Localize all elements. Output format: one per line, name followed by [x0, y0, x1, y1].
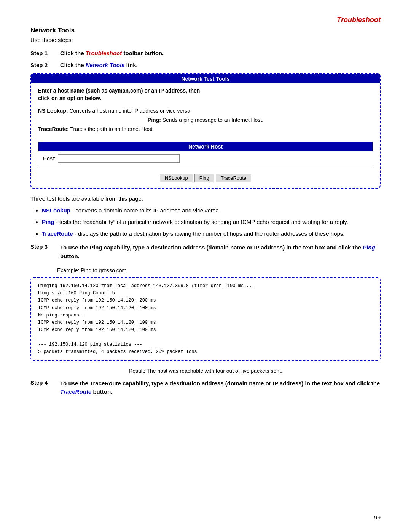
nslookup-name: NSLookup [42, 207, 70, 214]
step-4-row: Step 4 To use the TraceRoute capability,… [30, 379, 381, 396]
page-number: 99 [374, 514, 381, 521]
ping-output-box: Pinging 192.150.14.120 from local addres… [31, 278, 380, 360]
step4-text-before: To use the TraceRoute capability, type a… [60, 380, 380, 387]
ping-button[interactable]: Ping [194, 174, 214, 182]
bullet-ping: Ping - tests the “reachability” of a par… [42, 218, 381, 227]
host-input[interactable] [58, 154, 180, 163]
ping-bullet-desc: - tests the “reachability” of a particul… [54, 219, 348, 225]
ping-description: Ping: Sends a ping message to an Interne… [38, 116, 373, 125]
step3-link: Ping [363, 244, 375, 251]
step-1-text-before: Click the [60, 50, 86, 56]
page-container: Troubleshoot Network Tools Use these ste… [0, 0, 411, 532]
network-host-panel: Network Host Host: [38, 142, 373, 166]
ping-output-line: ICMP echo reply from 192.150.14.120, 100… [38, 319, 373, 326]
result-text: Result: The host was reachable with four… [30, 368, 381, 374]
traceroute-desc: Traces the path to an Internet Host. [70, 126, 154, 132]
network-test-tools-body: Enter a host name (such as cayman.com) o… [31, 83, 380, 138]
step-2-row: Step 2 Click the Network Tools link. [30, 62, 381, 68]
step3-text-after: button. [60, 253, 80, 259]
network-host-header: Network Host [38, 142, 373, 151]
step-4-label: Step 4 [30, 379, 57, 386]
example-text: Example: Ping to grosso.com. [57, 267, 381, 273]
network-test-tools-header: Network Test Tools [31, 74, 380, 83]
ns-lookup-description: NS Lookup: Converts a host name into IP … [38, 107, 373, 116]
ping-label: Ping: [148, 117, 161, 123]
bullet-traceroute: TraceRoute - displays the path to a dest… [42, 230, 381, 238]
step-3-row: Step 3 To use the Ping capability, type … [30, 243, 381, 262]
traceroute-label: TraceRoute: [38, 126, 69, 132]
use-steps-text: Use these steps: [30, 37, 381, 43]
ping-output-line [38, 334, 373, 341]
host-label: Host: [43, 155, 56, 161]
bullet-list: NSLookup - converts a domain name to its… [42, 206, 381, 238]
step-2-text-after: link. [124, 62, 137, 68]
step-2-link: Network Tools [86, 62, 125, 68]
network-host-body: Host: [38, 151, 373, 166]
traceroute-bullet-desc: - displays the path to a destination by … [73, 230, 345, 237]
ping-output-line: Ping size: 100 Ping Count: 5 [38, 290, 373, 297]
nslookup-desc: - converts a domain name to its IP addre… [70, 207, 220, 214]
section-title: Network Tools [30, 27, 381, 34]
ping-output-line: --- 192.150.14.120 ping statistics --- [38, 341, 373, 348]
step-1-text: Click the Troubleshoot toolbar button. [60, 50, 164, 56]
ping-output-line: ICMP echo reply from 192.150.14.120, 100… [38, 326, 373, 334]
ns-lookup-label: NS Lookup: [38, 108, 68, 114]
traceroute-description: TraceRoute: Traces the path to an Intern… [38, 125, 373, 134]
step-4-text: To use the TraceRoute capability, type a… [60, 379, 381, 396]
bullet-nslookup: NSLookup - converts a domain name to its… [42, 206, 381, 215]
ping-output-line: Pinging 192.150.14.120 from local addres… [38, 283, 373, 290]
available-text: Three test tools are available from this… [30, 195, 381, 202]
panel-intro-text: Enter a host name (such as cayman.com) o… [38, 87, 373, 102]
step-2-text-before: Click the [60, 62, 86, 68]
host-input-row: Host: [43, 154, 368, 163]
ns-lookup-desc: Converts a host name into IP address or … [69, 108, 191, 114]
step-3-text: To use the Ping capability, type a desti… [60, 243, 381, 260]
button-row: NSLookup Ping TraceRoute [31, 170, 380, 188]
step4-text-after: button. [91, 388, 112, 395]
ping-output-line: 5 packets transmitted, 4 packets receive… [38, 348, 373, 356]
network-test-tools-panel: Network Test Tools Enter a host name (su… [31, 74, 380, 138]
step-2-label: Step 2 [30, 62, 57, 68]
ping-desc: Sends a ping message to an Internet Host… [162, 117, 263, 123]
network-tools-dashed-box: Network Test Tools Enter a host name (su… [30, 73, 381, 189]
step-2-text: Click the Network Tools link. [60, 62, 138, 68]
step-1-label: Step 1 [30, 50, 57, 56]
troubleshoot-link[interactable]: Troubleshoot [337, 16, 381, 24]
traceroute-name: TraceRoute [42, 230, 73, 237]
ping-output-dashed-box: Pinging 192.150.14.120 from local addres… [30, 277, 381, 361]
step3-text-before: To use the Ping capability, type a desti… [60, 244, 363, 251]
step-1-link: Troubleshoot [86, 50, 122, 56]
ping-output-line: ICMP echo reply from 192.150.14.120, 100… [38, 305, 373, 312]
nslookup-button[interactable]: NSLookup [160, 174, 193, 182]
ping-output-line: ICMP echo reply from 192.150.14.120, 200… [38, 297, 373, 304]
traceroute-button[interactable]: TraceRoute [216, 174, 251, 182]
ping-output-line: No ping response. [38, 312, 373, 319]
step-1-row: Step 1 Click the Troubleshoot toolbar bu… [30, 50, 381, 56]
ping-name: Ping [42, 219, 54, 225]
tool-list: NS Lookup: Converts a host name into IP … [38, 107, 373, 134]
step-1-text-after: toolbar button. [122, 50, 164, 56]
step-3-label: Step 3 [30, 243, 57, 250]
step4-link: TraceRoute [60, 388, 91, 395]
